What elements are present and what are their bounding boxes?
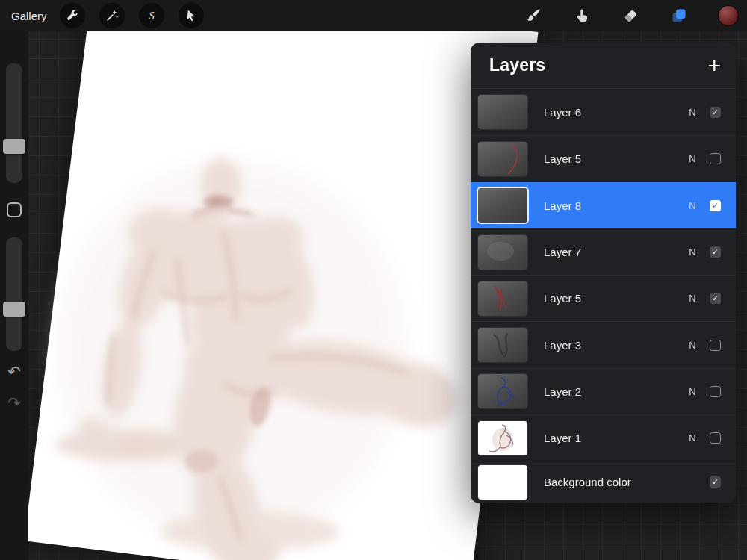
layer-blend-mode[interactable]: N [683,107,702,118]
layer-blend-mode[interactable]: N [683,386,702,397]
smudge-tool-button[interactable] [573,7,591,25]
adjustments-button[interactable] [99,3,125,28]
color-swatch-circle [719,6,738,25]
brush-size-slider[interactable] [6,63,22,183]
add-layer-button[interactable]: + [707,55,721,77]
layer-row[interactable]: Layer 5 N [471,275,736,321]
layer-visibility-checkbox[interactable] [710,293,721,304]
topbar: Gallery S [0,0,747,31]
layer-thumbnail-art [478,95,527,129]
color-swatch[interactable] [719,6,738,25]
layer-thumbnail [478,142,527,176]
layer-thumbnail [478,188,527,223]
magic-wand-icon [105,8,120,23]
selection-button[interactable]: S [139,3,164,28]
layer-row[interactable]: Layer 5 N [471,135,736,181]
layer-blend-mode[interactable]: N [683,432,702,444]
gallery-button[interactable]: Gallery [11,10,47,22]
layers-panel-title: Layers [489,55,545,75]
layer-row[interactable]: Background color [471,461,736,503]
layer-thumbnail-art [478,281,527,316]
layers-tool-button[interactable] [670,7,688,25]
layer-visibility-checkbox[interactable] [710,107,721,118]
actions-button[interactable] [60,3,85,28]
wrench-icon [65,8,80,23]
layer-blend-mode[interactable]: N [683,340,702,351]
layer-thumbnail [478,374,527,408]
transform-arrow-icon [184,8,199,23]
layer-row[interactable]: Layer 6 N [471,89,736,135]
layer-thumbnail-art [478,235,527,270]
layer-thumbnail [478,281,527,316]
layer-thumbnail-art [478,465,527,500]
eraser-icon [622,7,639,25]
brush-icon [524,7,542,25]
layer-row[interactable]: Layer 7 N [471,228,736,275]
brush-opacity-slider-handle[interactable] [3,302,25,317]
layer-visibility-checkbox[interactable] [710,340,721,351]
layer-thumbnail-art [478,374,527,408]
brush-size-slider-handle[interactable] [3,139,25,154]
layer-visibility-checkbox[interactable] [710,476,721,488]
drawing-canvas[interactable] [24,0,538,560]
layer-thumbnail-art [478,421,527,455]
side-toolbar: ↶ ↷ [0,31,28,560]
modify-button[interactable] [7,202,22,217]
layer-blend-mode[interactable]: N [683,153,702,164]
layer-rows: Layer 6 N Layer 5 N Layer 8 N Layer 7 N … [471,89,736,503]
layer-name: Layer 5 [544,292,683,305]
smudge-icon [573,7,591,25]
undo-icon: ↶ [7,363,21,380]
redo-button[interactable]: ↷ [0,394,28,412]
redo-icon: ↷ [7,394,21,411]
layer-name: Layer 2 [544,385,683,398]
layer-name: Layer 3 [544,339,683,352]
layer-name: Layer 6 [544,106,683,119]
layer-blend-mode[interactable]: N [683,293,702,304]
layer-row[interactable]: Layer 3 N [471,321,736,367]
layer-row[interactable]: Layer 8 N [471,182,736,228]
eraser-tool-button[interactable] [622,7,639,25]
layer-visibility-checkbox[interactable] [710,153,721,164]
layer-name: Layer 1 [544,432,683,444]
layers-panel-header: Layers + [471,43,736,89]
layer-visibility-checkbox[interactable] [710,200,721,211]
layer-name: Layer 5 [544,152,683,165]
layer-blend-mode[interactable]: N [683,200,702,211]
svg-text:S: S [149,10,154,22]
layers-icon [670,7,688,25]
selection-s-icon: S [144,8,159,23]
layer-name: Layer 8 [544,199,683,212]
layer-thumbnail [478,328,527,362]
layer-name: Background color [544,476,683,488]
layer-thumbnail [478,421,527,455]
layer-row[interactable]: Layer 2 N [471,368,736,414]
layers-panel: Layers + Layer 6 N Layer 5 N Layer 8 N L… [471,43,736,503]
layer-visibility-checkbox[interactable] [710,432,721,444]
brush-tool-button[interactable] [524,7,542,25]
layer-thumbnail-art [478,188,527,223]
layer-thumbnail-art [478,328,527,362]
layer-thumbnail [478,95,527,129]
layer-name: Layer 7 [544,246,683,258]
brush-opacity-slider[interactable] [6,237,22,351]
layer-thumbnail [478,235,527,270]
layer-blend-mode[interactable]: N [683,246,702,258]
layer-visibility-checkbox[interactable] [710,246,721,258]
layer-thumbnail-art [478,142,527,176]
undo-button[interactable]: ↶ [0,363,28,381]
transform-button[interactable] [179,3,204,28]
layer-visibility-checkbox[interactable] [710,386,721,397]
layer-row[interactable]: Layer 1 N [471,414,736,461]
layer-thumbnail [478,465,527,500]
